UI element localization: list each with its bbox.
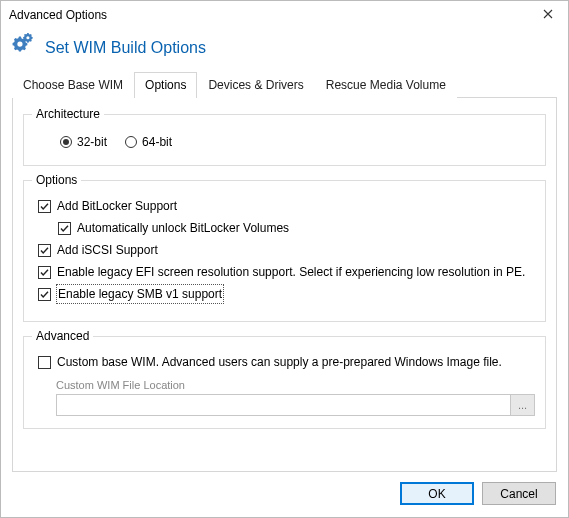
checkbox-iscsi[interactable]: Add iSCSI Support — [34, 239, 535, 261]
checkbox-label: Automatically unlock BitLocker Volumes — [77, 219, 289, 237]
radio-label: 64-bit — [142, 135, 172, 149]
cancel-button[interactable]: Cancel — [482, 482, 556, 505]
checkbox-label: Enable legacy EFI screen resolution supp… — [57, 263, 525, 281]
custom-wim-location-input[interactable] — [56, 394, 511, 416]
window-title: Advanced Options — [9, 8, 528, 22]
dialog-footer: OK Cancel — [1, 472, 568, 517]
radio-icon — [60, 136, 72, 148]
ellipsis-icon: ... — [518, 399, 527, 411]
checkbox-bitlocker[interactable]: Add BitLocker Support — [34, 195, 535, 217]
ok-button[interactable]: OK — [400, 482, 474, 505]
group-architecture: Architecture 32-bit 64-bit — [23, 114, 546, 166]
tab-panel-options: Architecture 32-bit 64-bit Options Add B… — [12, 98, 557, 472]
custom-wim-location-row: ... — [34, 394, 535, 416]
checkbox-legacy-efi[interactable]: Enable legacy EFI screen resolution supp… — [34, 261, 535, 283]
radio-label: 32-bit — [77, 135, 107, 149]
dialog-header: Set WIM Build Options — [1, 29, 568, 71]
group-label-architecture: Architecture — [32, 107, 104, 121]
radio-64bit[interactable]: 64-bit — [125, 135, 172, 149]
gears-icon — [11, 33, 37, 63]
tab-strip: Choose Base WIM Options Devices & Driver… — [12, 71, 557, 98]
group-advanced: Advanced Custom base WIM. Advanced users… — [23, 336, 546, 429]
checkbox-label: Custom base WIM. Advanced users can supp… — [57, 353, 502, 371]
checkbox-icon — [38, 266, 51, 279]
checkbox-icon — [38, 244, 51, 257]
tab-choose-base-wim[interactable]: Choose Base WIM — [12, 72, 134, 98]
tab-rescue-media-volume[interactable]: Rescue Media Volume — [315, 72, 457, 98]
radio-32bit[interactable]: 32-bit — [60, 135, 107, 149]
checkbox-label: Add iSCSI Support — [57, 241, 158, 259]
checkbox-icon — [38, 356, 51, 369]
tab-devices-drivers[interactable]: Devices & Drivers — [197, 72, 314, 98]
checkbox-label: Enable legacy SMB v1 support — [57, 285, 223, 303]
dialog-window: Advanced Options Set WIM Build Options C… — [0, 0, 569, 518]
close-button[interactable] — [528, 1, 568, 29]
radio-icon — [125, 136, 137, 148]
custom-wim-location-label: Custom WIM File Location — [34, 373, 535, 394]
group-label-advanced: Advanced — [32, 329, 93, 343]
browse-button[interactable]: ... — [511, 394, 535, 416]
checkbox-label: Add BitLocker Support — [57, 197, 177, 215]
checkbox-bitlocker-auto[interactable]: Automatically unlock BitLocker Volumes — [34, 217, 535, 239]
checkbox-icon — [38, 200, 51, 213]
checkbox-custom-base-wim[interactable]: Custom base WIM. Advanced users can supp… — [34, 351, 535, 373]
checkbox-legacy-smb[interactable]: Enable legacy SMB v1 support — [34, 283, 535, 305]
titlebar: Advanced Options — [1, 1, 568, 29]
checkbox-icon — [38, 288, 51, 301]
close-icon — [543, 8, 553, 22]
tab-options[interactable]: Options — [134, 72, 197, 98]
group-label-options: Options — [32, 173, 81, 187]
checkbox-icon — [58, 222, 71, 235]
group-options: Options Add BitLocker Support Automatica… — [23, 180, 546, 322]
dialog-heading: Set WIM Build Options — [45, 39, 206, 57]
architecture-radio-row: 32-bit 64-bit — [34, 129, 535, 155]
